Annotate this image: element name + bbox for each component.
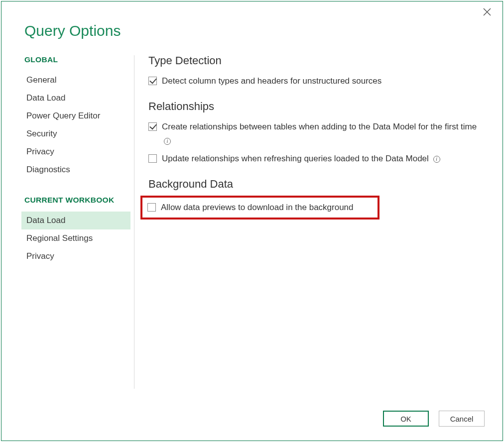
checkbox-detect-column-types[interactable]: Detect column types and headers for unst… — [148, 72, 483, 90]
close-icon — [483, 7, 492, 16]
checkbox-update-relationships[interactable]: Update relationships when refreshing que… — [148, 150, 483, 168]
checkbox-icon — [148, 122, 157, 131]
sidebar-item-privacy-wb[interactable]: Privacy — [24, 247, 130, 265]
info-icon[interactable]: i — [164, 138, 171, 145]
sidebar-item-privacy-global[interactable]: Privacy — [24, 143, 130, 161]
checkbox-icon — [148, 77, 157, 85]
query-options-dialog: Query Options GLOBAL General Data Load P… — [1, 1, 503, 441]
heading-relationships: Relationships — [148, 100, 483, 113]
sidebar-item-security[interactable]: Security — [24, 125, 130, 143]
dialog-title: Query Options — [24, 22, 503, 39]
heading-type-detection: Type Detection — [148, 54, 483, 67]
checkbox-label: Update relationships when refreshing que… — [162, 152, 440, 166]
sidebar-item-diagnostics[interactable]: Diagnostics — [24, 161, 130, 179]
close-button[interactable] — [483, 7, 495, 19]
settings-panel: Type Detection Detect column types and h… — [134, 53, 503, 411]
annotation-highlight: Allow data previews to download in the b… — [140, 196, 379, 220]
checkbox-allow-background-download[interactable]: Allow data previews to download in the b… — [147, 201, 373, 215]
cancel-button[interactable]: Cancel — [439, 411, 485, 427]
heading-background-data: Background Data — [148, 178, 483, 191]
sidebar: GLOBAL General Data Load Power Query Edi… — [1, 53, 134, 411]
checkbox-label: Detect column types and headers for unst… — [162, 74, 381, 88]
checkbox-label: Create relationships between tables when… — [162, 120, 483, 148]
sidebar-item-regional-settings[interactable]: Regional Settings — [24, 229, 130, 247]
checkbox-icon — [148, 154, 157, 163]
sidebar-item-general[interactable]: General — [24, 71, 130, 89]
sidebar-item-power-query-editor[interactable]: Power Query Editor — [24, 107, 130, 125]
sidebar-header-global: GLOBAL — [24, 55, 130, 64]
content-area: GLOBAL General Data Load Power Query Edi… — [1, 53, 503, 411]
sidebar-item-wb-data-load[interactable]: Data Load — [21, 212, 130, 229]
checkbox-create-relationships[interactable]: Create relationships between tables when… — [148, 118, 483, 150]
info-icon[interactable]: i — [433, 156, 440, 163]
ok-button[interactable]: OK — [383, 411, 429, 427]
dialog-footer: OK Cancel — [1, 411, 503, 441]
checkbox-label: Allow data previews to download in the b… — [161, 201, 354, 215]
sidebar-header-workbook: CURRENT WORKBOOK — [24, 196, 130, 205]
sidebar-item-data-load[interactable]: Data Load — [24, 89, 130, 107]
checkbox-icon — [147, 203, 156, 212]
